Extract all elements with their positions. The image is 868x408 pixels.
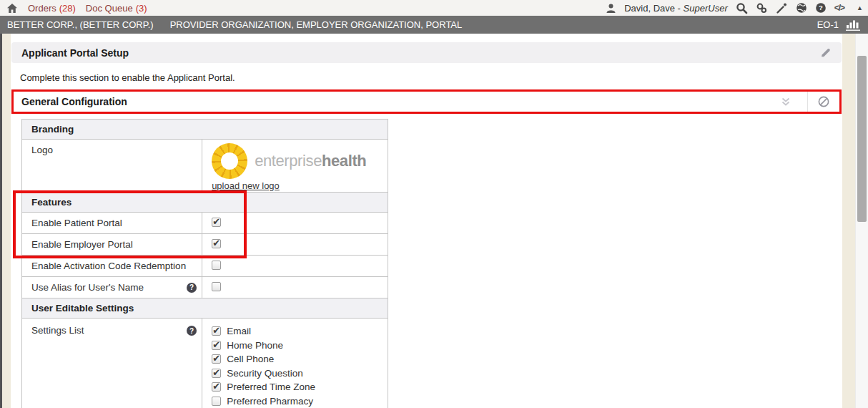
section-controls (764, 92, 839, 112)
code-icon[interactable]: </> (834, 2, 844, 14)
user-name: David, Dave - (624, 3, 683, 14)
settings-list-help-icon[interactable]: ? (187, 326, 197, 336)
row-label: Use Alias for User's Name (31, 282, 144, 293)
upload-new-logo-link[interactable]: upload new logo (212, 180, 280, 191)
security-question-checkbox[interactable] (212, 369, 221, 378)
edit-pencil-icon[interactable] (819, 47, 832, 59)
row-label: Enable Employer Portal (22, 234, 202, 256)
setting-label: Preferred Time Zone (227, 382, 315, 392)
setting-label: Email (227, 326, 251, 336)
settings-list-row: Settings List ? Email Home Phone Cell P (22, 319, 388, 408)
list-item-home-phone: Home Phone (212, 339, 388, 353)
link-icon[interactable] (756, 2, 768, 14)
cell-phone-checkbox[interactable] (212, 354, 221, 364)
use-alias-help-icon[interactable]: ? (187, 283, 197, 293)
org-badge: EO-1 (817, 19, 839, 30)
collapse-chevron-icon[interactable] (764, 97, 807, 107)
logo-sunburst-icon (212, 143, 247, 179)
use-alias-checkbox[interactable] (212, 282, 221, 291)
help-icon[interactable]: ? (815, 2, 827, 14)
org-bar-right: EO-1 (817, 19, 861, 31)
top-bar: Orders (28) Doc Queue (3) David, Dave - … (0, 0, 868, 16)
search-icon[interactable] (736, 2, 748, 14)
enable-activation-code-checkbox[interactable] (212, 261, 221, 270)
user-role: SuperUser (684, 3, 728, 14)
list-item-cell-phone: Cell Phone (212, 352, 388, 366)
logo-label: Logo (22, 140, 202, 193)
features-section-row: Features (22, 193, 388, 213)
preferred-time-zone-checkbox[interactable] (212, 382, 221, 392)
general-configuration-title: General Configuration (21, 96, 127, 107)
org-context: PROVIDER ORGANIZATION, EMPLOYER ORGANIZA… (170, 19, 463, 30)
list-item-preferred-time-zone: Preferred Time Zone (212, 380, 388, 394)
features-section-header: Features (22, 193, 388, 213)
table-row-enable-patient-portal: Enable Patient Portal (22, 213, 388, 234)
home-phone-checkbox[interactable] (212, 341, 221, 350)
user-editable-settings-header: User Editable Settings (22, 298, 388, 319)
list-item-preferred-pharmacy: Preferred Pharmacy (212, 394, 388, 408)
svg-text:?: ? (819, 4, 823, 11)
setting-label: Cell Phone (227, 354, 274, 364)
home-icon[interactable] (6, 2, 18, 14)
table-row-use-alias: Use Alias for User's Name ? (22, 277, 388, 298)
scrollbar-thumb[interactable] (857, 56, 867, 222)
enable-patient-portal-checkbox[interactable] (212, 218, 221, 227)
current-user[interactable]: David, Dave - SuperUser (624, 3, 728, 14)
enterprise-health-logo: enterprisehealth (212, 143, 388, 179)
user-editable-settings-section-row: User Editable Settings (22, 298, 388, 319)
row-label: Enable Patient Portal (22, 213, 202, 234)
bar-chart-icon[interactable] (845, 19, 861, 31)
logo-row: Logo enterprisehealth upload new logo (22, 140, 388, 193)
nav-doc-queue-count: (3) (136, 3, 147, 14)
nav-orders[interactable]: Orders (28) (28, 3, 76, 14)
configuration-table: Branding Logo enterprisehealth upload ne… (21, 119, 388, 408)
org-name: BETTER CORP., (BETTER CORP.) (7, 19, 154, 30)
row-label: Enable Activation Code Redemption (22, 256, 202, 277)
nav-doc-queue[interactable]: Doc Queue (3) (86, 3, 147, 14)
screen: Orders (28) Doc Queue (3) David, Dave - … (0, 0, 868, 408)
user-icon (606, 2, 616, 14)
page-header: Applicant Portal Setup (11, 42, 842, 63)
setting-label: Preferred Pharmacy (227, 396, 313, 407)
branding-section-row: Branding (22, 120, 388, 140)
section-description: Complete this section to enable the Appl… (20, 72, 235, 83)
nav-orders-count: (28) (59, 3, 76, 14)
setting-label: Home Phone (227, 340, 283, 351)
page-title: Applicant Portal Setup (21, 47, 129, 59)
setting-label: Security Question (227, 368, 303, 379)
globe-icon[interactable] (796, 2, 807, 14)
list-item-email: Email (212, 324, 388, 339)
logo-word-light: enterprise (255, 152, 322, 170)
logo-word-bold: health (322, 152, 366, 170)
right-margin-strip (842, 34, 855, 408)
enable-employer-portal-checkbox[interactable] (212, 239, 221, 248)
disable-icon[interactable] (808, 95, 839, 108)
settings-list-label: Settings List (31, 325, 84, 336)
wand-icon[interactable] (776, 2, 788, 14)
settings-list: Email Home Phone Cell Phone Security Que… (212, 319, 388, 408)
nav-doc-queue-label: Doc Queue (86, 3, 133, 14)
email-checkbox[interactable] (212, 326, 221, 336)
table-row-enable-activation-code: Enable Activation Code Redemption (22, 256, 388, 277)
table-row-enable-employer-portal: Enable Employer Portal (22, 234, 388, 256)
list-item-security-question: Security Question (212, 366, 388, 381)
branding-section-header: Branding (22, 120, 388, 140)
general-configuration-section: General Configuration (11, 89, 842, 114)
top-bar-right: David, Dave - SuperUser ? </> ▲ (606, 2, 863, 14)
nav-orders-label: Orders (28, 3, 56, 14)
org-bar: BETTER CORP., (BETTER CORP.) PROVIDER OR… (0, 16, 868, 34)
left-margin-strip (2, 34, 11, 408)
preferred-pharmacy-checkbox[interactable] (212, 397, 221, 406)
top-nav: Orders (28) Doc Queue (3) (18, 3, 147, 14)
scroll-up-icon[interactable]: ▲ (857, 4, 863, 11)
scrollbar-track[interactable] (855, 34, 868, 408)
logo-wordmark: enterprisehealth (255, 152, 366, 170)
